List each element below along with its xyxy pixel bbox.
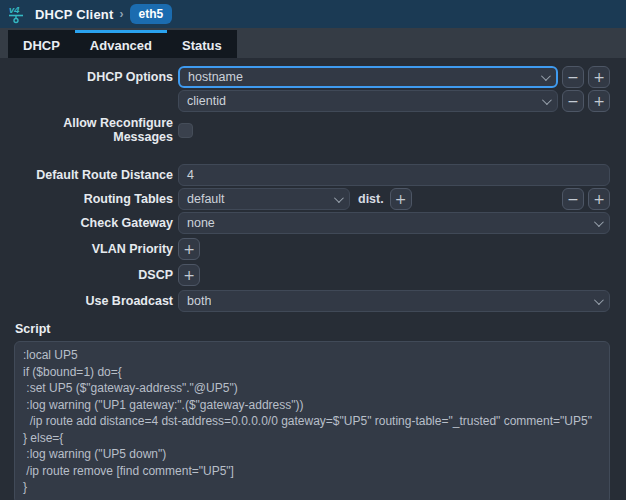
allow-reconfigure-checkbox[interactable] bbox=[178, 123, 193, 138]
use-broadcast-select[interactable]: both bbox=[178, 290, 610, 312]
use-broadcast-value: both bbox=[187, 294, 211, 308]
check-gateway-label: Check Gateway bbox=[14, 216, 178, 230]
routing-tables-select[interactable]: default bbox=[178, 188, 350, 210]
dhcp-v4-icon: v4 bbox=[8, 4, 28, 24]
dscp-add-button[interactable]: + bbox=[178, 264, 200, 286]
tab-advanced[interactable]: Advanced bbox=[75, 30, 167, 58]
breadcrumb-chevron: › bbox=[120, 7, 124, 21]
dhcp-options-select-2[interactable]: clientid bbox=[178, 90, 558, 112]
dhcp-options-label: DHCP Options bbox=[14, 70, 178, 84]
routing-tables-value: default bbox=[187, 192, 225, 206]
default-route-distance-label: Default Route Distance bbox=[14, 168, 178, 182]
dhcp-options-remove-button-2[interactable]: − bbox=[562, 90, 584, 112]
dist-label: dist. bbox=[358, 192, 384, 206]
use-broadcast-label: Use Broadcast bbox=[14, 294, 178, 308]
script-textarea[interactable]: :local UP5 if ($bound=1) do={ :set UP5 (… bbox=[14, 341, 610, 500]
tab-status[interactable]: Status bbox=[167, 30, 237, 58]
chevron-down-icon bbox=[594, 217, 604, 227]
tab-bar: DHCP Advanced Status bbox=[0, 28, 626, 58]
dhcp-options-remove-button-1[interactable]: − bbox=[562, 66, 584, 88]
chevron-down-icon bbox=[594, 295, 604, 305]
dhcp-options-value-1: hostname bbox=[188, 70, 243, 84]
dhcp-options-add-button-1[interactable]: + bbox=[588, 66, 610, 88]
window-header: v4 DHCP Client › eth5 bbox=[0, 0, 626, 28]
tab-dhcp[interactable]: DHCP bbox=[8, 30, 75, 58]
chevron-down-icon bbox=[334, 193, 344, 203]
svg-text:v4: v4 bbox=[9, 4, 20, 15]
interface-badge[interactable]: eth5 bbox=[130, 4, 173, 23]
check-gateway-value: none bbox=[187, 216, 215, 230]
default-route-distance-input[interactable]: 4 bbox=[178, 164, 610, 186]
check-gateway-select[interactable]: none bbox=[178, 212, 610, 234]
advanced-tab-panel: DHCP Options hostname − + clientid − + A… bbox=[0, 58, 626, 500]
vlan-priority-label: VLAN Priority bbox=[14, 242, 178, 256]
vlan-priority-add-button[interactable]: + bbox=[178, 238, 200, 260]
routing-tables-remove-button[interactable]: − bbox=[562, 188, 584, 210]
dhcp-options-add-button-2[interactable]: + bbox=[588, 90, 610, 112]
chevron-down-icon bbox=[542, 95, 552, 105]
chevron-down-icon bbox=[541, 71, 551, 81]
dscp-label: DSCP bbox=[14, 268, 178, 282]
page-title: DHCP Client bbox=[35, 7, 114, 22]
allow-reconfigure-label: Allow Reconfigure Messages bbox=[14, 116, 178, 144]
routing-tables-add-button[interactable]: + bbox=[588, 188, 610, 210]
routing-tables-label: Routing Tables bbox=[14, 192, 178, 206]
dhcp-options-value-2: clientid bbox=[187, 94, 226, 108]
routing-tables-dist-add-button[interactable]: + bbox=[390, 188, 412, 210]
dhcp-options-select-1[interactable]: hostname bbox=[178, 66, 558, 88]
script-label: Script bbox=[15, 322, 610, 336]
